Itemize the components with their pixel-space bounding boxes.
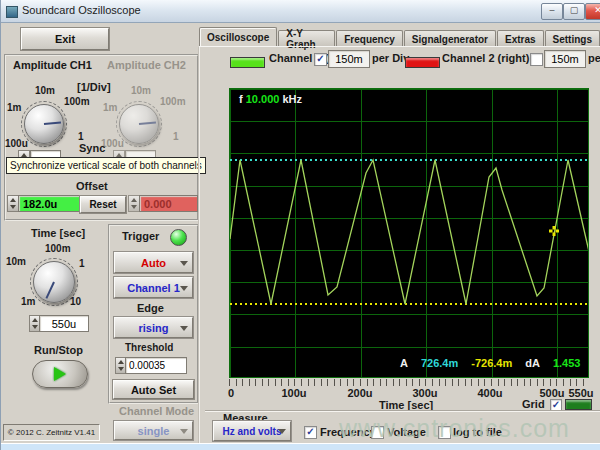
- channel-mode-dropdown[interactable]: single: [114, 421, 193, 440]
- chevron-down-icon: [180, 286, 188, 291]
- maximize-button[interactable]: ▢: [563, 3, 585, 20]
- x-tick-300u: 300u: [412, 387, 437, 399]
- time-title: Time [sec]: [31, 227, 85, 239]
- ch2-scale-1m: 1m: [103, 102, 117, 113]
- ch1-scale-10m: 10m: [35, 85, 55, 96]
- time-scale-1m: 1m: [21, 296, 35, 307]
- chevron-down-icon: [278, 429, 286, 434]
- offset-label: Offset: [76, 180, 108, 192]
- x-tick-200u: 200u: [347, 387, 372, 399]
- ch2-scale-1: 1: [173, 131, 179, 142]
- tab-content-edge: [199, 46, 600, 47]
- amplitude-unit-label: [1/Div]: [77, 81, 111, 93]
- x-axis-ticks: [229, 379, 589, 386]
- time-scale-1: 1: [79, 258, 85, 269]
- da-label: dA: [525, 357, 540, 369]
- copyright-label: © 2012 C. Zeitnitz V1.41: [3, 424, 100, 441]
- grid-label: Grid: [522, 398, 545, 410]
- minimize-button[interactable]: –: [541, 3, 563, 20]
- time-value-field[interactable]: 550u: [39, 315, 89, 332]
- tab-oscilloscope[interactable]: Oscilloscope: [199, 27, 277, 47]
- chevron-down-icon: [180, 261, 188, 266]
- amplitude-ch1-title: Amplitude CH1: [13, 59, 92, 71]
- pane-divider: [198, 47, 199, 443]
- trigger-source-dropdown[interactable]: Channel 1: [114, 277, 193, 298]
- grid-color-swatch: [565, 399, 592, 410]
- waveform-polyline: [230, 160, 588, 304]
- offset-ch1-field[interactable]: 182.0u: [18, 195, 81, 212]
- ch2-scale-10m: 10m: [131, 85, 151, 96]
- trigger-mode-dropdown[interactable]: Auto: [114, 252, 193, 273]
- a-lower-value: -726.4m: [471, 357, 512, 369]
- ch1-scale-1: 1: [78, 131, 84, 142]
- amplitude-ch1-knob[interactable]: [24, 104, 64, 144]
- x-tick-550u: 550u: [568, 387, 593, 399]
- time-knob-needle: [45, 282, 55, 300]
- trigger-groupbox: [108, 224, 199, 404]
- channel2-per-div-label: per Div: [588, 52, 600, 64]
- measure-divider: [205, 410, 600, 411]
- time-scale-100m: 100m: [45, 243, 71, 254]
- amplitude-ch2-title: Amplitude CH2: [107, 59, 186, 71]
- channel1-color-swatch: [230, 57, 265, 68]
- threshold-field[interactable]: 0.00035: [125, 357, 187, 374]
- channel1-per-div-label: per Div: [372, 52, 409, 64]
- app-icon: [6, 6, 18, 18]
- app-window: Soundcard Oszilloscope – ▢ ✕ Exit Amplit…: [0, 0, 600, 450]
- ch1-scale-100u: 100u: [5, 138, 28, 149]
- tab-signalgenerator[interactable]: Signalgenerator: [404, 30, 496, 47]
- edge-label: Edge: [137, 302, 164, 314]
- exit-button[interactable]: Exit: [21, 28, 109, 50]
- play-icon: [54, 367, 66, 381]
- channel2-enable-checkbox[interactable]: [530, 53, 543, 66]
- measure-mode-dropdown[interactable]: Hz and volts: [213, 421, 291, 441]
- trigger-edge-dropdown[interactable]: rising: [114, 317, 193, 338]
- ch2-scale-100m: 100m: [160, 96, 186, 107]
- title-bar[interactable]: Soundcard Oszilloscope – ▢ ✕: [1, 0, 600, 23]
- watermark: www.cntronics.com: [339, 414, 570, 443]
- trigger-title: Trigger: [122, 230, 159, 242]
- ch2-knob-needle: [139, 121, 157, 125]
- a-label: A: [400, 357, 408, 369]
- window-title: Soundcard Oszilloscope: [22, 4, 141, 16]
- tab-frequency[interactable]: Frequency: [336, 30, 403, 47]
- sync-tooltip: Synchronize vertical scale of both chann…: [6, 157, 206, 174]
- close-button[interactable]: ✕: [585, 3, 600, 20]
- time-knob[interactable]: [33, 261, 75, 303]
- channel1-div-field[interactable]: 150m: [328, 50, 370, 68]
- run-stop-button[interactable]: [32, 360, 88, 388]
- run-stop-label: Run/Stop: [34, 344, 83, 356]
- reset-button[interactable]: Reset: [80, 196, 126, 213]
- amplitude-readout: A 726.4m -726.4m dA 1.453: [400, 357, 580, 369]
- x-tick-400u: 400u: [477, 387, 502, 399]
- ch1-scale-1m: 1m: [7, 102, 21, 113]
- trigger-led: [170, 229, 187, 246]
- time-scale-10m: 10m: [6, 256, 26, 267]
- cursor-marker[interactable]: [549, 226, 559, 236]
- auto-set-button[interactable]: Auto Set: [113, 380, 194, 399]
- x-tick-0: 0: [228, 387, 234, 399]
- chevron-down-icon: [180, 429, 188, 434]
- channel2-color-swatch: [405, 57, 440, 68]
- channel2-label: Channel 2 (right): [442, 52, 529, 64]
- sync-label: Sync: [79, 142, 105, 154]
- threshold-label: Threshold: [125, 342, 173, 353]
- channel2-div-field[interactable]: 150m: [544, 50, 586, 68]
- tab-extras[interactable]: Extras: [497, 30, 544, 47]
- channel1-enable-checkbox[interactable]: ✓: [314, 53, 327, 66]
- a-upper-value: 726.4m: [421, 357, 458, 369]
- scope-display[interactable]: f 10.000 kHz A 726.4m -726.4m dA 1.453: [229, 88, 589, 378]
- amplitude-ch2-knob[interactable]: [119, 104, 159, 144]
- x-tick-100u: 100u: [281, 387, 306, 399]
- tab-settings[interactable]: Settings: [545, 30, 600, 47]
- ch1-knob-needle: [44, 121, 62, 125]
- offset-ch2-field[interactable]: 0.000: [139, 195, 198, 212]
- chevron-down-icon: [180, 326, 188, 331]
- ch1-scale-100m: 100m: [64, 96, 90, 107]
- da-value: 1.453: [553, 357, 581, 369]
- waveform: [230, 89, 588, 377]
- tab-xy-graph[interactable]: X-Y Graph: [278, 30, 335, 47]
- frequency-checkbox[interactable]: ✓: [304, 426, 317, 439]
- window-bottom-edge: [1, 443, 600, 450]
- tab-strip: Oscilloscope X-Y Graph Frequency Signalg…: [199, 28, 600, 47]
